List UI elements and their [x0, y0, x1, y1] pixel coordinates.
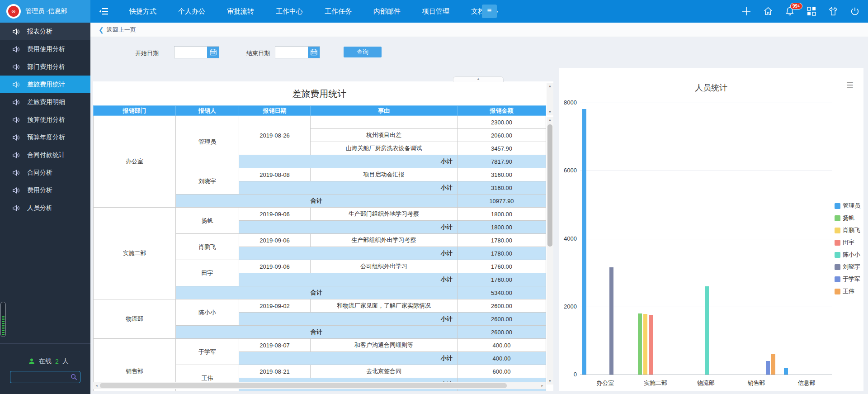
topbar-menu-item-5[interactable]: 内部邮件	[363, 0, 411, 23]
cell-amount: 3160.00	[458, 168, 546, 181]
cell-subtotal-label: 小计	[239, 313, 458, 326]
sidebar-item-3[interactable]: 差旅费用明细	[0, 93, 90, 111]
sidebar-toggle-icon[interactable]	[97, 5, 111, 17]
cell-date: 2019-08-08	[239, 168, 311, 181]
sidebar-drag-handle[interactable]	[0, 302, 6, 337]
topbar-menu-item-4[interactable]: 工作任务	[314, 0, 363, 23]
topbar-menu-item-1[interactable]: 个人办公	[167, 0, 216, 23]
drag-handle-stripes	[2, 316, 5, 335]
legend-swatch	[835, 215, 840, 221]
chart-toolbox-icon[interactable]: ☰	[846, 81, 854, 90]
topbar-menu-item-0[interactable]: 快捷方式	[118, 0, 167, 23]
table-vertical-scrollbar[interactable]: ▲ ▼	[547, 117, 553, 385]
scroll-left-icon[interactable]: ◂	[93, 382, 100, 389]
collapse-panel-tab[interactable]: ▲	[453, 76, 504, 82]
legend-item-田宇[interactable]: 田宇	[835, 238, 860, 247]
sidebar-item-label: 合同分析	[27, 169, 52, 177]
search-icon[interactable]	[71, 374, 77, 380]
bar-田宇-实施二部[interactable]	[649, 315, 653, 375]
scroll-down-icon[interactable]: ▼	[547, 378, 553, 385]
end-date-input[interactable]	[275, 47, 308, 58]
sidebar-item-9[interactable]: 人员分析	[0, 199, 90, 217]
chart-title: 人员统计	[559, 82, 863, 93]
start-date-input[interactable]	[175, 47, 207, 58]
cell-reason: 和物流厂家见面，了解厂家实际情况	[311, 299, 458, 313]
bar-陈小小-物流部[interactable]	[705, 286, 709, 375]
sidebar-item-4[interactable]: 预算使用分析	[0, 111, 90, 128]
legend-item-刘晓宇[interactable]: 刘晓宇	[835, 263, 860, 271]
legend-label: 肖鹏飞	[843, 226, 860, 234]
theme-shirt-icon[interactable]	[827, 5, 839, 17]
sidebar-item-2[interactable]: 差旅费用统计	[0, 76, 90, 93]
sidebar-item-1[interactable]: 部门费用分析	[0, 58, 90, 76]
bar-于学军-销售部[interactable]	[766, 361, 770, 375]
y-axis-tick-label: 4000	[559, 235, 577, 242]
more-menu-button[interactable]: ≡	[482, 5, 497, 18]
scroll-up-icon[interactable]: ▲	[547, 83, 553, 90]
cell-amount: 10977.90	[458, 195, 546, 208]
bar-管理员-办公室[interactable]	[582, 109, 586, 375]
topbar-menu-item-3[interactable]: 工作中心	[265, 0, 314, 23]
topbar-menu-item-2[interactable]: 审批流转	[216, 0, 265, 23]
speaker-icon	[13, 170, 20, 176]
sidebar-item-6[interactable]: 合同付款统计	[0, 146, 90, 164]
cell-date: 2019-08-21	[239, 365, 311, 378]
legend-swatch	[835, 252, 840, 258]
bar-刘晓宇-办公室[interactable]	[609, 267, 613, 375]
bar-肖鹏飞-实施二部[interactable]	[643, 314, 647, 375]
legend-item-扬帆[interactable]: 扬帆	[835, 214, 860, 222]
end-date-calendar-icon[interactable]	[308, 47, 320, 58]
topbar-menu-item-6[interactable]: 项目管理	[411, 0, 460, 23]
back-link[interactable]: ❮ 返回上一页	[99, 26, 136, 34]
sidebar-search-input[interactable]	[10, 374, 71, 380]
cell-amount: 400.00	[458, 352, 546, 365]
cell-amount: 600.00	[458, 365, 546, 378]
power-icon[interactable]	[849, 5, 861, 17]
legend-swatch	[835, 228, 840, 233]
legend-item-王伟[interactable]: 王伟	[835, 287, 860, 295]
cell-dept: 实施二部	[94, 208, 176, 299]
scroll-up-icon[interactable]: ▲	[547, 117, 553, 123]
legend-item-肖鹏飞[interactable]: 肖鹏飞	[835, 226, 860, 234]
online-status: 在线 2 人	[28, 357, 69, 366]
table-header-row: 报销部门报销人报销日期事由报销金额	[94, 106, 546, 116]
gridline-6000	[580, 171, 832, 171]
sidebar-item-0[interactable]: 费用使用分析	[0, 40, 90, 58]
home-icon[interactable]	[762, 5, 774, 17]
sidebar-item-8[interactable]: 费用分析	[0, 181, 90, 199]
y-axis-tick-label: 2000	[559, 303, 577, 310]
horizontal-scroll-thumb[interactable]	[100, 383, 507, 388]
app-logo-icon: ∞	[6, 4, 21, 19]
online-user-icon	[28, 358, 35, 365]
legend-item-陈小小[interactable]: 陈小小	[835, 251, 860, 259]
sidebar-item-7[interactable]: 合同分析	[0, 164, 90, 181]
vertical-scroll-thumb[interactable]	[547, 124, 552, 247]
scroll-right-icon[interactable]: ▸	[539, 382, 546, 389]
bar-王伟-销售部[interactable]	[771, 354, 775, 375]
cell-reason: 和客户沟通合同细则等	[311, 339, 458, 352]
legend-item-管理员[interactable]: 管理员	[835, 202, 860, 210]
speaker-icon	[13, 81, 20, 88]
legend-item-于学军[interactable]: 于学军	[835, 275, 860, 283]
bar-管理员-信息部[interactable]	[784, 368, 788, 375]
scroll-down-icon[interactable]: ▼	[547, 109, 553, 115]
start-date-calendar-icon[interactable]	[207, 47, 219, 58]
x-axis-category-label: 物流部	[681, 379, 731, 387]
outer-vertical-scrollbar[interactable]: ▲ ▼	[547, 83, 553, 115]
bar-扬帆-实施二部[interactable]	[638, 313, 642, 375]
sidebar-menu: 报表分析费用使用分析部门费用分析差旅费用统计差旅费用明细预算使用分析预算年度分析…	[0, 23, 90, 217]
table-horizontal-scrollbar[interactable]: ◂ ▸	[93, 382, 546, 389]
add-icon[interactable]	[741, 5, 752, 17]
report-panel: 差旅费用统计 报销部门报销人报销日期事由报销金额 办公室管理员2019-08-2…	[93, 81, 553, 391]
sidebar-item-5[interactable]: 预算年度分析	[0, 128, 90, 146]
sidebar-group-report-analysis[interactable]: 报表分析	[0, 23, 90, 40]
cell-reason: 生产部门组织外地学习考察	[311, 208, 458, 221]
expense-table: 报销部门报销人报销日期事由报销金额 办公室管理员2019-08-262300.0…	[93, 105, 546, 391]
bell-icon[interactable]: 99+	[784, 5, 796, 17]
sidebar-item-label: 预算年度分析	[27, 133, 65, 142]
cell-dept: 办公室	[94, 116, 176, 208]
report-title: 差旅费用统计	[93, 88, 546, 100]
topbar-menu: 快捷方式个人办公审批流转工作中心工作任务内部邮件项目管理文档中心	[118, 0, 509, 23]
query-button[interactable]: 查询	[344, 47, 382, 57]
apps-grid-icon[interactable]	[806, 5, 817, 17]
